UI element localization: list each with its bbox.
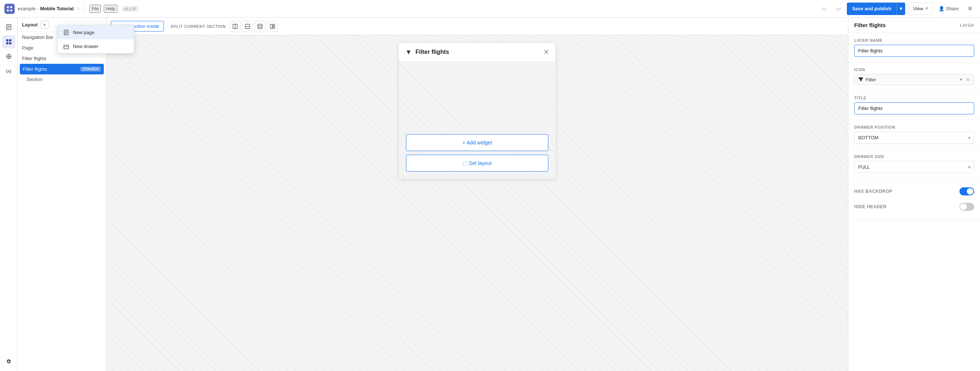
version-badge: v0.1.0* [122, 6, 138, 12]
share-user-icon: 👤 [939, 6, 944, 11]
topbar-divider-1 [85, 5, 85, 13]
svg-rect-1 [10, 6, 12, 8]
redo-button[interactable] [833, 3, 844, 14]
view-button[interactable]: View ↗ [908, 3, 933, 15]
undo-button[interactable] [819, 3, 830, 14]
topbar: example › Mobile Tutorial ☆ File Help v0… [0, 0, 980, 17]
save-publish-label: Save and publish [847, 3, 896, 15]
breadcrumb-sep: › [37, 6, 38, 11]
file-menu[interactable]: File [89, 5, 101, 13]
help-menu[interactable]: Help [104, 5, 118, 13]
svg-rect-0 [7, 6, 9, 8]
star-icon[interactable]: ☆ [76, 6, 80, 11]
view-external-icon: ↗ [924, 6, 928, 11]
svg-rect-3 [10, 10, 12, 11]
share-label: Share [946, 6, 959, 11]
breadcrumb-title: Mobile Tutorial [40, 6, 73, 11]
save-publish-dropdown[interactable]: ▾ [896, 3, 905, 15]
breadcrumb-root[interactable]: example [18, 6, 36, 11]
topbar-right: Save and publish ▾ View ↗ 👤 Share ≡ [819, 3, 975, 15]
breadcrumb: example › Mobile Tutorial ☆ [18, 6, 80, 11]
svg-rect-2 [7, 10, 9, 11]
app-icon[interactable] [5, 4, 15, 14]
save-publish-button[interactable]: Save and publish ▾ [847, 3, 905, 15]
share-button[interactable]: 👤 Share [935, 3, 962, 15]
menu-grid-icon[interactable]: ≡ [965, 3, 975, 14]
view-label: View [913, 6, 923, 11]
